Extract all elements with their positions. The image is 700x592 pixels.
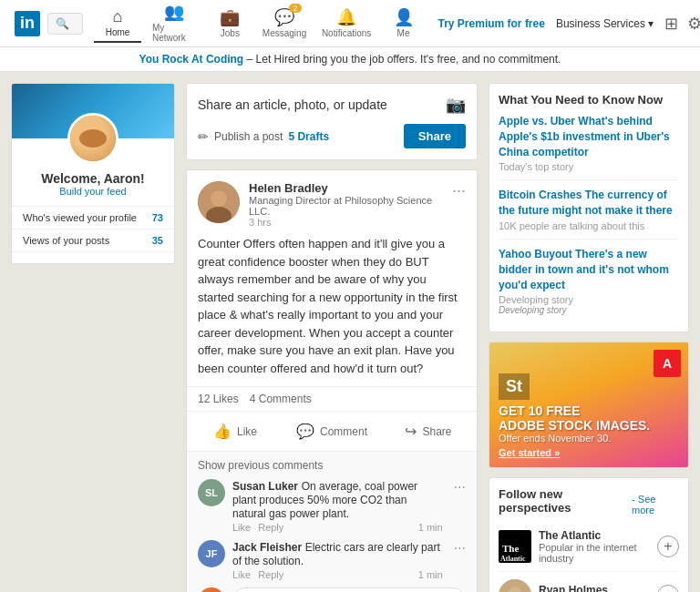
settings-icon[interactable]: ⚙ [687, 14, 700, 34]
share-action[interactable]: ↪ Share [380, 415, 477, 447]
helen-post-stats: 12 Likes 4 Comments [187, 386, 477, 411]
susan-comment-body: Susan Luker On average, coal power plant… [232, 479, 443, 533]
news-bold-1: Bitcoin Crashes [499, 189, 582, 201]
svg-point-1 [211, 190, 227, 207]
svg-text:Atlantic: Atlantic [500, 555, 526, 563]
nav-item-me-label: Me [397, 28, 410, 38]
atlantic-logo-svg: The Atlantic [499, 530, 531, 563]
business-services-link[interactable]: Business Services ▾ [556, 17, 654, 30]
feed: Share an article, photo, or update 📷 ✏ P… [186, 83, 478, 592]
follow-item-atlantic: The Atlantic The Atlantic Popular in the… [499, 529, 679, 572]
profile-card: Welcome, Aaron! Build your feed Who's vi… [11, 83, 175, 264]
post-menu-icon[interactable]: ··· [452, 181, 466, 200]
nav-item-home[interactable]: ⌂ Home [94, 4, 141, 43]
likes-count[interactable]: 12 Likes [198, 393, 239, 405]
helen-name[interactable]: Helen Bradley [249, 181, 443, 195]
profile-viewers-stat[interactable]: Who's viewed your profile 73 [12, 207, 174, 230]
jack-time: 1 min [418, 569, 443, 580]
comments-section: Show previous comments SL Susan Luker On… [187, 451, 477, 592]
helen-post-actions: 👍 Like 💬 Comment ↪ Share [187, 411, 477, 451]
susan-reply[interactable]: Reply [258, 522, 283, 533]
nav-item-jobs[interactable]: 💼 Jobs [206, 4, 253, 44]
susan-like[interactable]: Like [232, 522, 251, 533]
profile-views-stat[interactable]: Views of your posts 35 [12, 230, 174, 252]
jack-like[interactable]: Like [232, 569, 251, 580]
share-box: Share an article, photo, or update 📷 ✏ P… [186, 83, 478, 160]
news-headline-0[interactable]: Apple vs. Uber What's behind Apple's $1b… [499, 114, 679, 159]
drafts-count[interactable]: 5 Drafts [288, 130, 329, 143]
ryan-follow-button[interactable]: + [657, 585, 679, 592]
post-header-helen: Helen Bradley Managing Director at Philo… [187, 170, 477, 235]
jack-comment-body: Jack Fleisher Electric cars are clearly … [232, 540, 443, 580]
news-headline-1[interactable]: Bitcoin Crashes The currency of the futu… [499, 188, 679, 219]
helen-avatar[interactable] [198, 181, 240, 223]
my-avatar: A [198, 587, 225, 592]
susan-avatar: SL [198, 479, 225, 506]
main-layout: Welcome, Aaron! Build your feed Who's vi… [0, 83, 700, 592]
nav-item-notifications-label: Notifications [322, 28, 371, 38]
avatar[interactable] [67, 113, 118, 164]
nav-right-section: Try Premium for free Business Services ▾… [438, 14, 700, 34]
jack-avatar: JF [198, 540, 225, 567]
comments-count[interactable]: 4 Comments [250, 393, 312, 405]
share-label: Share [422, 425, 451, 438]
ryan-name[interactable]: Ryan Holmes [539, 584, 650, 592]
search-bar[interactable]: 🔍 [47, 13, 83, 35]
share-button[interactable]: Share [404, 124, 466, 148]
atlantic-avatar: The Atlantic [499, 530, 531, 563]
comment-action[interactable]: 💬 Comment [283, 415, 380, 447]
home-icon: ⌂ [113, 7, 123, 26]
nav-item-network-label: My Network [152, 23, 195, 43]
nav-item-me[interactable]: 👤 Me [380, 4, 427, 44]
linkedin-logo[interactable]: in [15, 11, 40, 36]
nav-item-network[interactable]: 👥 My Network [143, 0, 204, 48]
adobe-cta[interactable]: Get started » [499, 447, 679, 458]
jack-comment-menu[interactable]: ··· [454, 540, 466, 556]
news-sub-0: Today's top story [499, 161, 679, 172]
news-title: What You Need to Know Now [499, 93, 679, 107]
helen-post-body: Counter Offers often happen and it'll gi… [187, 235, 477, 386]
jack-reply[interactable]: Reply [258, 569, 283, 580]
premium-link[interactable]: Try Premium for free [438, 17, 545, 30]
promo-link[interactable]: You Rock At Coding [139, 53, 244, 66]
like-action[interactable]: 👍 Like [187, 415, 283, 447]
susan-comment-menu[interactable]: ··· [454, 479, 466, 495]
ryan-meta: Ryan Holmes CEO at HootSuite [539, 584, 650, 592]
camera-icon[interactable]: 📷 [446, 95, 466, 115]
comment-input[interactable] [232, 587, 466, 592]
nav-item-messaging[interactable]: 💬2 Messaging [255, 4, 313, 44]
ryan-avatar [499, 579, 531, 592]
share-box-toolbar: ✏ Publish a post 5 Drafts Share [198, 124, 466, 148]
add-comment-row: A [198, 587, 466, 592]
atlantic-name[interactable]: The Atlantic [539, 529, 650, 542]
like-icon: 👍 [213, 423, 232, 440]
profile-stats: Who's viewed your profile 73 Views of yo… [12, 206, 174, 252]
news-headline-2[interactable]: Yahoo Buyout There's a new bidder in tow… [499, 247, 679, 292]
nav-item-messaging-label: Messaging [262, 28, 306, 38]
views-label: Views of your posts [23, 235, 109, 246]
atlantic-follow-button[interactable]: + [657, 536, 679, 557]
atlantic-desc: Popular in the internet industry [539, 542, 650, 564]
news-bold-0: Apple vs. Uber [499, 115, 575, 128]
helen-time: 3 hrs [249, 217, 443, 228]
nav-items: ⌂ Home 👥 My Network 💼 Jobs 💬2 Messaging … [94, 0, 427, 48]
svg-text:The: The [502, 543, 519, 554]
adobe-ad[interactable]: A St GET 10 FREE ADOBE STOCK IMAGES. Off… [489, 342, 689, 468]
nav-item-notifications[interactable]: 🔔 Notifications [315, 4, 378, 44]
adobe-logo: A [654, 350, 681, 377]
network-icon: 👥 [164, 2, 184, 22]
see-more-link[interactable]: - See more [632, 494, 679, 515]
nav-utility-icons: ⊞ ⚙ [664, 14, 700, 34]
ryan-avatar-svg [499, 579, 531, 592]
jack-name[interactable]: Jack Fleisher [232, 541, 302, 554]
promo-bar: You Rock At Coding – Let Hired bring you… [0, 47, 700, 72]
grid-icon[interactable]: ⊞ [664, 14, 678, 34]
viewers-label: Who's viewed your profile [23, 212, 137, 223]
susan-name[interactable]: Susan Luker [232, 480, 298, 493]
profile-background [12, 84, 174, 138]
build-feed-link[interactable]: Build your feed [12, 186, 174, 197]
share-icon: ↪ [405, 423, 417, 440]
notifications-icon: 🔔 [336, 7, 356, 27]
helen-avatar-svg [198, 181, 240, 223]
show-prev-comments[interactable]: Show previous comments [198, 459, 466, 472]
